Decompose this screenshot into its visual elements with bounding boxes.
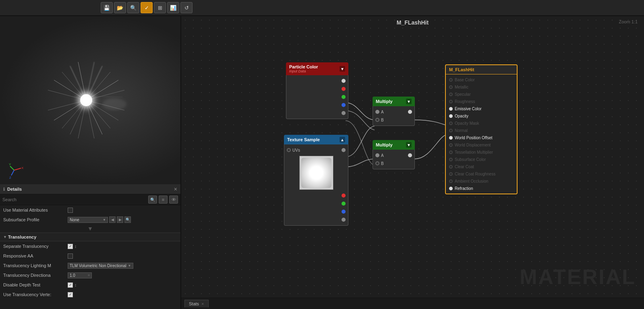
port-white-out[interactable] [342,79,346,83]
flash-port-opacity: Opacity [446,112,517,119]
subsurface-back-btn[interactable]: ◀ [109,216,116,223]
port-row-tex-red [284,192,348,200]
texture-sample-expand[interactable]: ▲ [340,137,345,142]
translucency-directional-input[interactable]: 1.0 ≡ [68,272,92,278]
details-search-input[interactable] [2,197,147,202]
apply-button[interactable]: ✓ [141,2,153,13]
multiply-2-header[interactable]: Multiply ▼ [373,140,415,150]
subsurface-search-btn[interactable]: 🔍 [124,216,131,223]
particle-color-header[interactable]: Particle Color Input Data ▼ [286,62,348,75]
port-refraction[interactable] [449,187,453,190]
find-button[interactable]: 🔍 [127,2,139,13]
port-row-uvs: UVs [284,146,348,154]
mflashhit-header[interactable]: M_FLashHit [446,65,517,74]
port-alpha-out[interactable] [342,111,346,115]
svg-point-28 [83,97,89,103]
section-header-translucency[interactable]: ▼ Translucency [0,233,180,241]
particle-color-expand[interactable]: ▼ [340,66,345,72]
prop-row-translucency-directional: Translucency Directiona 1.0 ≡ [0,270,180,280]
stats-tab[interactable]: Stats × [184,300,209,307]
prop-label: Responsive AA [3,253,68,258]
flash-label-emissive: Emissive Color [455,107,482,111]
port-green-out[interactable] [342,95,346,99]
port-row-a1: A [373,108,414,116]
port-tess[interactable] [449,150,453,154]
port-base-color[interactable] [449,78,453,82]
port-world-disp[interactable] [449,143,453,147]
port-b2-in[interactable] [375,161,379,165]
stats-close-btn[interactable]: × [201,301,204,306]
port-emissive[interactable] [449,107,453,111]
port-ao[interactable] [449,179,453,183]
checkbox-responsive-aa[interactable] [68,253,73,259]
port-subsurface[interactable] [449,158,453,161]
port-normal[interactable] [449,129,453,132]
toggle-button[interactable]: ⊞ [154,2,166,13]
drag-handle[interactable]: ▼ [0,225,180,233]
port-clearcoat-rough[interactable] [449,172,453,176]
port-tex-red-out[interactable] [342,194,346,198]
particle-color-subtitle: Input Data [289,69,318,73]
subsurface-forward-btn[interactable]: ▶ [117,216,123,223]
browse-button[interactable]: 📂 [114,2,126,13]
port-a2-out[interactable] [408,153,412,157]
details-close-button[interactable]: × [174,186,177,192]
port-metallic[interactable] [449,85,453,89]
texture-sample-title: Texture Sample [287,137,320,142]
search-icon-btn[interactable]: 🔍 [148,196,157,204]
flash-label-roughness: Roughness [455,99,475,104]
prop-value-subsurface-profile: None ▼ ◀ ▶ 🔍 [68,216,131,223]
port-a1-in[interactable] [375,110,379,114]
subsurface-dropdown[interactable]: None ▼ [68,217,108,223]
port-opacity-mask[interactable] [449,122,453,125]
flash-label-metallic: Metallic [455,85,468,89]
port-tex-blue-out[interactable] [342,210,346,214]
multiply-1-expand[interactable]: ▼ [406,99,412,104]
checkbox-use-translucency-verts[interactable]: ✓ [68,292,73,297]
port-a1-out[interactable] [408,110,412,114]
port-uvs-label: UVs [292,148,342,152]
eye-btn[interactable]: 👁 [169,196,178,204]
svg-line-29 [14,168,21,170]
checkbox-separate-translucency[interactable]: ✓ [68,244,73,249]
port-row-alpha [286,109,348,117]
node-particle-color: Particle Color Input Data ▼ [286,62,348,119]
texture-sample-header[interactable]: Texture Sample ▲ [284,135,348,144]
node-editor-bg[interactable]: M_FLashHit Zoom 1:1 MATERIAL [181,16,644,309]
port-uvs-in[interactable] [287,148,291,152]
port-clearcoat[interactable] [449,165,453,169]
save-button[interactable]: 💾 [101,2,113,13]
flash-port-refraction: Refraction [446,185,517,192]
section-translucency: ▼ Translucency Separate Translucency ✓ ↕… [0,233,180,299]
multiply-2-expand[interactable]: ▼ [406,142,412,148]
prop-row-disable-depth-test: Disable Depth Test ✓ ↕ [0,280,180,290]
port-uvs-out[interactable] [342,148,346,152]
flash-label-normal: Normal [455,128,468,133]
prop-row-responsive-aa: Responsive AA [0,251,180,261]
translucency-lighting-dropdown[interactable]: TLM Volumetric Non Directional ▼ [68,263,133,269]
port-a2-in[interactable] [375,153,379,157]
port-blue-out[interactable] [342,103,346,107]
checkbox-use-material-attributes[interactable] [68,208,73,213]
stats-button[interactable]: 📊 [167,2,179,13]
port-opacity[interactable] [449,114,453,118]
port-tex-alpha-out[interactable] [342,218,346,222]
multiply-1-header[interactable]: Multiply ▼ [373,97,415,106]
port-roughness[interactable] [449,100,453,103]
port-b1-label: B [381,118,384,122]
port-red-out[interactable] [342,87,346,91]
multiply-1-body: A B [373,106,415,126]
port-tex-green-out[interactable] [342,202,346,206]
prop-label: Separate Translucency [3,244,68,249]
port-world-pos[interactable] [449,136,453,140]
port-b1-in[interactable] [375,118,379,122]
flash-port-emissive: Emissive Color [446,105,517,112]
port-row-blue [286,101,348,109]
filter-btn[interactable]: ≡ [159,196,168,204]
star-burst-graphic [30,50,151,150]
checkbox-disable-depth-test[interactable]: ✓ [68,282,73,288]
flash-label-world-disp: World Displacement [455,143,491,147]
refresh-button[interactable]: ↺ [180,2,193,13]
flash-port-specular: Specular [446,91,517,98]
port-specular[interactable] [449,93,453,96]
